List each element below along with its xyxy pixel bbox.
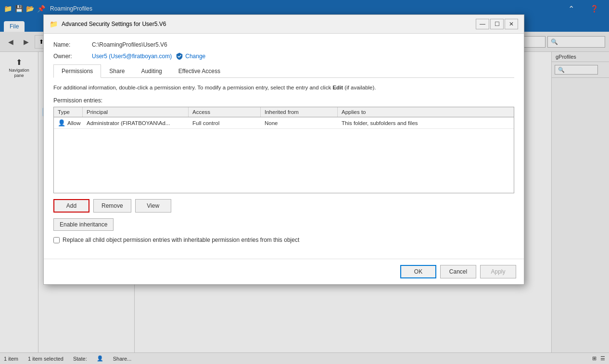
- owner-label: Owner:: [53, 53, 92, 60]
- replace-checkbox-row: Replace all child object permission entr…: [53, 237, 514, 243]
- header-inherited-from: Inherited from: [261, 107, 338, 117]
- tab-effective-access[interactable]: Effective Access: [170, 64, 228, 78]
- inheritance-section: Enable inheritance: [53, 218, 514, 231]
- dialog-title-text: Advanced Security Settings for User5.V6: [62, 21, 472, 27]
- header-type: Type: [54, 107, 83, 117]
- cancel-button[interactable]: Cancel: [440, 265, 476, 278]
- tab-share[interactable]: Share: [101, 64, 133, 78]
- apply-button[interactable]: Apply: [480, 265, 516, 278]
- dialog-title-icon: 📁: [50, 20, 58, 28]
- tab-bar: Permissions Share Auditing Effective Acc…: [53, 64, 514, 78]
- cell-access: Full control: [189, 117, 261, 128]
- dialog-titlebar-controls: — ☐ ✕: [476, 19, 518, 29]
- user-icon: 👤: [58, 119, 65, 126]
- dialog-minimize-button[interactable]: —: [476, 19, 489, 29]
- replace-checkbox-label: Replace all child object permission entr…: [63, 237, 299, 243]
- enable-inheritance-button[interactable]: Enable inheritance: [53, 218, 114, 231]
- action-buttons-row: Add Remove View: [53, 199, 514, 213]
- name-label: Name:: [53, 41, 92, 48]
- remove-button[interactable]: Remove: [93, 199, 131, 213]
- ok-button[interactable]: OK: [400, 265, 436, 278]
- change-link[interactable]: Change: [185, 53, 205, 60]
- table-row[interactable]: 👤 Allow Administrator (FIRATBOYAN\Ad... …: [54, 117, 514, 129]
- dialog-titlebar: 📁 Advanced Security Settings for User5.V…: [44, 15, 524, 34]
- owner-row: Owner: User5 (User5@firatboyan.com) Chan…: [53, 52, 514, 61]
- dialog-maximize-button[interactable]: ☐: [490, 19, 504, 29]
- tab-permissions[interactable]: Permissions: [53, 64, 101, 78]
- advanced-security-dialog: 📁 Advanced Security Settings for User5.V…: [43, 14, 524, 285]
- owner-value: User5 (User5@firatboyan.com): [92, 53, 172, 60]
- dialog-body: Name: C:\RoamingProfiles\User5.V6 Owner:…: [44, 34, 524, 259]
- help-text: For additional information, double-click…: [53, 84, 514, 91]
- shield-icon: [175, 52, 184, 61]
- dialog-close-button[interactable]: ✕: [505, 19, 518, 29]
- replace-checkbox[interactable]: [53, 237, 60, 243]
- cell-principal: Administrator (FIRATBOYAN\Ad...: [83, 117, 189, 128]
- name-row: Name: C:\RoamingProfiles\User5.V6: [53, 41, 514, 48]
- cell-type: 👤 Allow: [54, 117, 83, 128]
- cell-inherited-from: None: [261, 117, 338, 128]
- add-button[interactable]: Add: [53, 199, 89, 213]
- permission-table-header: Type Principal Access Inherited from App…: [54, 107, 514, 117]
- header-applies-to: Applies to: [338, 107, 514, 117]
- name-value: C:\RoamingProfiles\User5.V6: [92, 41, 167, 48]
- permission-table-container: Type Principal Access Inherited from App…: [53, 107, 514, 193]
- permission-entries-label: Permission entries:: [53, 97, 514, 104]
- header-access: Access: [189, 107, 261, 117]
- tab-auditing[interactable]: Auditing: [133, 64, 170, 78]
- header-principal: Principal: [83, 107, 189, 117]
- dialog-footer: OK Cancel Apply: [44, 259, 524, 284]
- cell-applies-to: This folder, subfolders and files: [338, 117, 514, 128]
- view-button[interactable]: View: [135, 199, 171, 213]
